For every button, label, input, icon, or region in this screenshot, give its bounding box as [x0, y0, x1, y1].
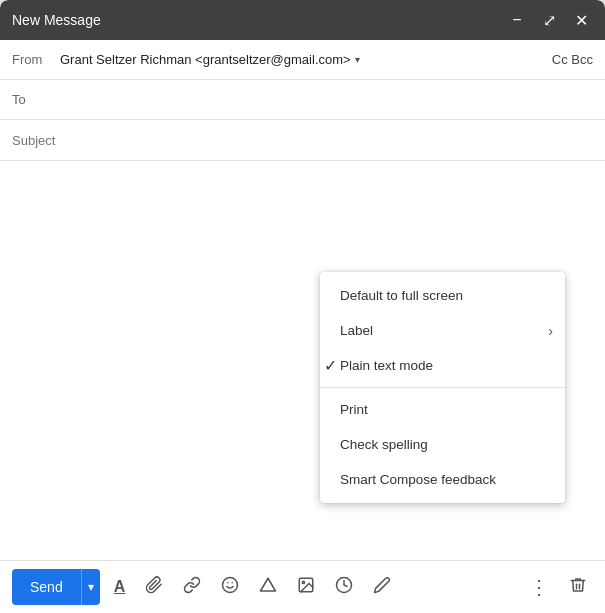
menu-item-plain-text-label: Plain text mode: [340, 358, 545, 373]
from-address: Grant Seltzer Richman <grantseltzer@gmai…: [60, 52, 351, 67]
compose-header: From Grant Seltzer Richman <grantseltzer…: [0, 40, 605, 161]
clock-icon: [335, 576, 353, 599]
send-button[interactable]: Send: [12, 569, 81, 605]
menu-item-print-label: Print: [340, 402, 545, 417]
attach-button[interactable]: [139, 570, 169, 605]
cc-bcc-button[interactable]: Cc Bcc: [552, 52, 593, 67]
svg-point-0: [223, 577, 238, 592]
close-button[interactable]: ✕: [569, 8, 593, 32]
title-bar: New Message − ⤢ ✕: [0, 0, 605, 40]
more-options-icon: ⋮: [529, 575, 549, 599]
menu-item-default-fullscreen[interactable]: Default to full screen: [320, 278, 565, 313]
delete-icon: [569, 576, 587, 599]
delete-button[interactable]: [563, 570, 593, 605]
emoji-icon: [221, 576, 239, 599]
formatting-button[interactable]: A: [108, 572, 132, 602]
from-dropdown-icon[interactable]: ▾: [355, 54, 360, 65]
drive-icon: [259, 576, 277, 599]
menu-item-label-label: Label: [340, 323, 545, 338]
link-icon: [183, 576, 201, 599]
send-dropdown-button[interactable]: ▾: [81, 569, 100, 605]
menu-item-default-fullscreen-label: Default to full screen: [340, 288, 545, 303]
expand-button[interactable]: ⤢: [537, 8, 561, 32]
menu-item-smart-compose-label: Smart Compose feedback: [340, 472, 545, 487]
from-value: Grant Seltzer Richman <grantseltzer@gmai…: [60, 52, 552, 67]
to-row: To: [0, 80, 605, 120]
menu-divider-1: [320, 387, 565, 388]
svg-point-4: [303, 581, 305, 583]
more-options-button[interactable]: ⋮: [523, 569, 555, 605]
subject-input[interactable]: [12, 133, 593, 148]
context-menu: Default to full screen Label › ✓ Plain t…: [320, 272, 565, 503]
menu-item-check-spelling-label: Check spelling: [340, 437, 545, 452]
menu-item-check-spelling[interactable]: Check spelling: [320, 427, 565, 462]
menu-item-print[interactable]: Print: [320, 392, 565, 427]
formatting-icon: A: [114, 578, 126, 596]
photo-button[interactable]: [291, 570, 321, 605]
clock-button[interactable]: [329, 570, 359, 605]
pencil-icon: [373, 576, 391, 599]
to-label: To: [12, 92, 52, 107]
to-input[interactable]: [60, 92, 593, 107]
from-label: From: [12, 52, 52, 67]
compose-window: New Message − ⤢ ✕ From Grant Seltzer Ric…: [0, 0, 605, 613]
label-arrow-icon: ›: [548, 323, 553, 339]
menu-item-plain-text[interactable]: ✓ Plain text mode: [320, 348, 565, 383]
plain-text-check-icon: ✓: [320, 356, 340, 375]
send-button-group: Send ▾: [12, 569, 100, 605]
menu-item-smart-compose[interactable]: Smart Compose feedback: [320, 462, 565, 497]
subject-row: [0, 120, 605, 160]
minimize-button[interactable]: −: [505, 8, 529, 32]
emoji-button[interactable]: [215, 570, 245, 605]
menu-item-label[interactable]: Label ›: [320, 313, 565, 348]
compose-footer: Send ▾ A: [0, 560, 605, 613]
from-row: From Grant Seltzer Richman <grantseltzer…: [0, 40, 605, 80]
attach-icon: [145, 576, 163, 599]
photo-icon: [297, 576, 315, 599]
pencil-button[interactable]: [367, 570, 397, 605]
drive-button[interactable]: [253, 570, 283, 605]
window-title: New Message: [12, 12, 101, 28]
link-button[interactable]: [177, 570, 207, 605]
title-bar-actions: − ⤢ ✕: [505, 8, 593, 32]
